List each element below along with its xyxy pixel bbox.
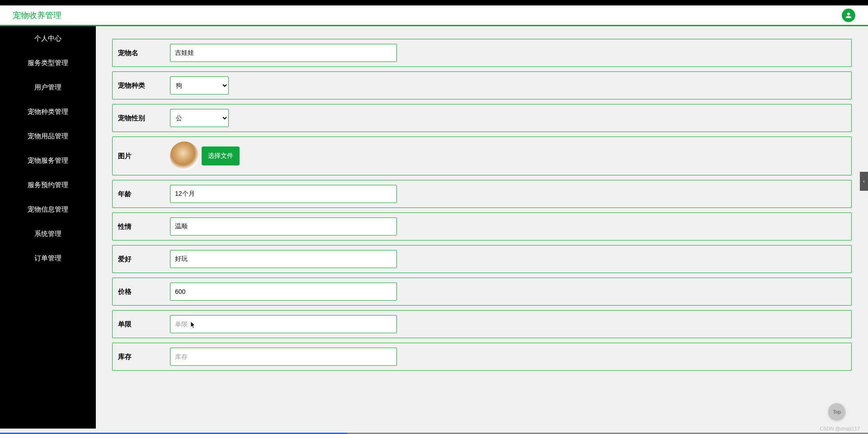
sidebar-item-label: 订单管理 <box>34 254 61 263</box>
input-stock[interactable] <box>170 348 397 366</box>
row-single-limit: 单限 <box>112 310 852 338</box>
input-pet-name[interactable] <box>170 44 397 62</box>
sidebar-item-label: 个人中心 <box>34 34 61 43</box>
sidebar-item-label: 宠物信息管理 <box>28 205 68 214</box>
row-age: 年龄 <box>112 180 852 208</box>
sidebar-item-order[interactable]: 订单管理 <box>0 246 96 270</box>
page-title: 宠物收养管理 <box>13 10 61 21</box>
label-age: 年龄 <box>118 190 170 198</box>
sidebar: 个人中心 服务类型管理 用户管理 宠物种类管理 宠物用品管理 宠物服务管理 服务… <box>0 26 96 429</box>
sidebar-item-label: 宠物用品管理 <box>28 132 68 141</box>
main-content: 宠物名 宠物种类 狗 宠物性别 公 图片 选择文件 年龄 性情 <box>96 26 868 429</box>
chevron-left-icon: ‹ <box>863 178 865 184</box>
label-image: 图片 <box>118 152 170 160</box>
user-avatar-button[interactable] <box>842 9 855 22</box>
label-hobby: 爱好 <box>118 255 170 264</box>
sidebar-item-label: 服务类型管理 <box>28 59 68 67</box>
sidebar-item-label: 服务预约管理 <box>28 181 68 189</box>
sidebar-item-label: 系统管理 <box>34 230 61 238</box>
select-pet-gender[interactable]: 公 <box>170 109 229 127</box>
sidebar-item-user[interactable]: 用户管理 <box>0 75 96 99</box>
side-collapse-handle[interactable]: ‹ <box>860 172 868 191</box>
sidebar-item-pet-supplies[interactable]: 宠物用品管理 <box>0 124 96 148</box>
input-age[interactable] <box>170 185 397 203</box>
row-hobby: 爱好 <box>112 245 852 273</box>
label-pet-type: 宠物种类 <box>118 81 170 90</box>
row-pet-name: 宠物名 <box>112 39 852 67</box>
sidebar-item-label: 宠物种类管理 <box>28 108 68 116</box>
label-single-limit: 单限 <box>118 320 170 329</box>
select-pet-type[interactable]: 狗 <box>170 76 229 94</box>
row-image: 图片 选择文件 <box>112 137 852 175</box>
sidebar-item-pet-type[interactable]: 宠物种类管理 <box>0 99 96 124</box>
row-stock: 库存 <box>112 343 852 371</box>
top-black-bar <box>0 0 868 5</box>
body-wrap: 个人中心 服务类型管理 用户管理 宠物种类管理 宠物用品管理 宠物服务管理 服务… <box>0 26 868 429</box>
row-pet-gender: 宠物性别 公 <box>112 104 852 132</box>
row-temperament: 性情 <box>112 212 852 241</box>
input-hobby[interactable] <box>170 250 397 268</box>
sidebar-item-label: 宠物服务管理 <box>28 156 68 165</box>
input-price[interactable] <box>170 283 397 301</box>
header: 宠物收养管理 <box>0 5 868 26</box>
input-temperament[interactable] <box>170 217 397 236</box>
top-button-label: Top <box>833 409 841 415</box>
user-icon <box>844 11 853 19</box>
row-price: 价格 <box>112 278 852 306</box>
label-pet-gender: 宠物性别 <box>118 114 170 123</box>
sidebar-item-personal[interactable]: 个人中心 <box>0 26 96 51</box>
image-preview <box>170 142 199 170</box>
sidebar-item-system[interactable]: 系统管理 <box>0 222 96 246</box>
sidebar-item-pet-service[interactable]: 宠物服务管理 <box>0 148 96 173</box>
label-price: 价格 <box>118 288 170 296</box>
label-pet-name: 宠物名 <box>118 49 170 57</box>
label-stock: 库存 <box>118 353 170 361</box>
input-single-limit[interactable] <box>170 315 397 333</box>
label-temperament: 性情 <box>118 222 170 231</box>
sidebar-item-pet-info[interactable]: 宠物信息管理 <box>0 197 96 222</box>
sidebar-item-label: 用户管理 <box>34 83 61 92</box>
scroll-top-button[interactable]: Top <box>828 403 845 420</box>
choose-file-button[interactable]: 选择文件 <box>202 146 240 165</box>
watermark: CSDN @shqiji117 <box>820 426 860 429</box>
sidebar-item-service-type[interactable]: 服务类型管理 <box>0 51 96 75</box>
row-pet-type: 宠物种类 狗 <box>112 71 852 99</box>
sidebar-item-reservation[interactable]: 服务预约管理 <box>0 173 96 197</box>
